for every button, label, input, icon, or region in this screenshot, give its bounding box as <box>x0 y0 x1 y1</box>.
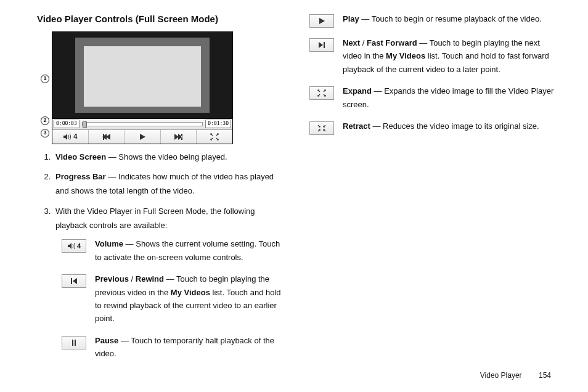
control-desc-next: Next / Fast Forward — Touch to begin pla… <box>309 36 557 76</box>
player-figure: 1 2 3 0:00:03 0:01:30 <box>41 31 285 144</box>
control-desc-pause: Pause — Touch to temporarily halt playba… <box>62 334 285 361</box>
play-button-icon <box>309 14 334 28</box>
skip-forward-icon <box>317 41 326 49</box>
numbered-list: Video Screen — Shows the video being pla… <box>37 149 285 238</box>
play-rest: — Touch to begin or resume playback of t… <box>359 14 542 23</box>
mock-prev-cell <box>89 130 125 144</box>
play-lead: Play <box>343 14 359 23</box>
pause-rest: — Touch to temporarily halt playback of … <box>95 336 274 358</box>
item-2-lead: Progress Bar <box>55 172 106 181</box>
expand-desc: Expand — Expands the video image to fill… <box>343 84 557 111</box>
play-icon <box>317 17 326 25</box>
expand-button-icon <box>309 86 334 100</box>
control-desc-play: Play — Touch to begin or resume playback… <box>309 12 557 28</box>
mock-volume-value: 4 <box>73 131 77 142</box>
next-sep: / <box>360 38 367 47</box>
footer-section: Video Player <box>480 371 522 380</box>
play-icon <box>138 133 147 141</box>
pause-desc: Pause — Touch to temporarily halt playba… <box>95 334 285 361</box>
next-desc: Next / Fast Forward — Touch to begin pla… <box>343 36 557 76</box>
previous-desc: Previous / Rewind — Touch to begin playi… <box>95 272 285 325</box>
mock-control-bar: 4 <box>52 129 232 144</box>
skip-forward-icon <box>174 133 183 141</box>
player-mock: 0:00:03 0:01:30 4 <box>52 31 233 144</box>
pause-icon <box>70 339 78 346</box>
pause-lead: Pause <box>95 336 118 345</box>
item-1-lead: Video Screen <box>55 152 106 161</box>
expand-icon <box>210 133 219 141</box>
pause-button-icon <box>62 336 86 349</box>
next-button-icon <box>309 38 334 52</box>
retract-lead: Retract <box>343 121 370 131</box>
callout-column: 1 2 3 <box>41 31 52 139</box>
mock-thumb <box>83 121 87 128</box>
control-desc-retract: Retract — Reduces the video image to its… <box>309 120 557 135</box>
list-item: Video Screen — Shows the video being pla… <box>53 149 285 169</box>
page: Video Player Controls (Full Screen Mode)… <box>0 0 588 392</box>
mock-time-elapsed: 0:00:03 <box>54 120 80 128</box>
retract-button-icon <box>309 121 334 135</box>
expand-icon <box>317 89 326 97</box>
prev-lead2: Rewind <box>136 274 164 284</box>
page-footer: Video Player 154 <box>480 370 551 381</box>
mock-time-total: 0:01:30 <box>205 120 231 128</box>
volume-rest: — Shows the current volume setting. Touc… <box>95 239 280 261</box>
speaker-icon <box>63 133 71 141</box>
volume-value: 4 <box>77 241 81 251</box>
mock-progress-bar: 0:00:03 0:01:30 <box>52 118 232 129</box>
control-desc-previous: Previous / Rewind — Touch to begin playi… <box>62 272 285 325</box>
item-1-rest: — Shows the video being played. <box>106 152 227 161</box>
control-desc-volume: 4 Volume — Shows the current volume sett… <box>62 237 285 264</box>
mock-expand-cell <box>197 130 232 144</box>
mock-video-screen <box>52 32 232 118</box>
skip-back-icon <box>102 133 110 141</box>
list-item: With the Video Player in Full Screen Mod… <box>53 203 285 238</box>
retract-rest: — Reduces the video image to its origina… <box>370 121 539 131</box>
callout-3: 3 <box>41 129 49 137</box>
mock-next-cell <box>161 130 197 144</box>
mock-play-cell <box>125 130 161 144</box>
expand-rest: — Expands the video image to fill the Vi… <box>343 86 553 108</box>
prev-lead1: Previous <box>95 274 129 284</box>
page-heading: Video Player Controls (Full Screen Mode) <box>37 12 285 27</box>
next-list: My Videos <box>386 51 425 60</box>
list-item: Progress Bar — Indicates how much of the… <box>53 169 285 203</box>
callout-2: 2 <box>41 116 49 125</box>
skip-back-icon <box>70 277 78 285</box>
prev-sep: / <box>129 274 136 284</box>
callout-1: 1 <box>41 75 49 83</box>
retract-icon <box>317 125 326 132</box>
next-lead2: Fast Forward <box>367 38 417 47</box>
item-3-text: With the Video Player in Full Screen Mod… <box>55 206 255 230</box>
mock-volume-cell: 4 <box>52 130 89 144</box>
mock-video-frame <box>75 38 210 113</box>
prev-list: My Videos <box>171 288 210 297</box>
volume-desc: Volume — Shows the current volume settin… <box>95 237 285 264</box>
volume-button-icon: 4 <box>62 239 86 253</box>
speaker-icon <box>67 242 76 250</box>
next-lead1: Next <box>343 38 360 47</box>
expand-lead: Expand <box>343 86 372 96</box>
previous-button-icon <box>62 274 86 288</box>
play-desc: Play — Touch to begin or resume playback… <box>343 12 557 25</box>
left-column: Video Player Controls (Full Screen Mode)… <box>37 12 285 369</box>
right-column: Play — Touch to begin or resume playback… <box>309 12 557 369</box>
control-desc-expand: Expand — Expands the video image to fill… <box>309 84 557 111</box>
footer-page-number: 154 <box>539 371 551 380</box>
mock-track <box>82 122 203 126</box>
retract-desc: Retract — Reduces the video image to its… <box>343 120 557 133</box>
volume-lead: Volume <box>95 239 123 248</box>
